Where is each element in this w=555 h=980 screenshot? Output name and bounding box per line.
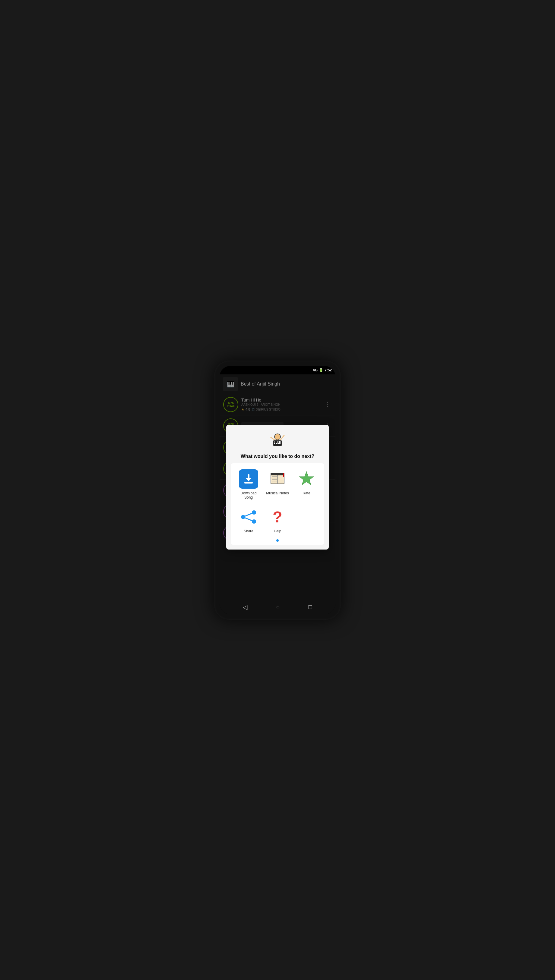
time-display: 7:52 <box>324 368 332 372</box>
dialog-title: What would you like to do next? <box>231 454 324 459</box>
app-screen: 🎹 Best of Arijit Singh 337K Views Tum Hi… <box>220 374 335 600</box>
svg-rect-8 <box>278 441 279 443</box>
share-option[interactable]: Share <box>235 504 262 536</box>
rate-label: Rate <box>303 491 310 495</box>
download-icon <box>239 469 258 489</box>
help-icon: ? <box>268 507 287 527</box>
download-label: Download Song <box>237 491 260 499</box>
home-button[interactable]: ○ <box>274 601 282 613</box>
help-option[interactable]: ? Help <box>264 504 291 536</box>
svg-rect-5 <box>279 441 281 444</box>
phone-screen: 4G 🔋 7:52 🎹 Best of Arijit Singh 337K Vi… <box>220 366 335 614</box>
svg-point-25 <box>241 515 245 519</box>
svg-text:?: ? <box>273 508 282 526</box>
download-option[interactable]: Download Song <box>235 466 262 502</box>
active-dot <box>276 539 279 542</box>
signal-icon: 4G <box>313 368 318 372</box>
dialog-row-1: Download Song <box>234 466 321 502</box>
dialog-row-2: Share ? Help <box>234 504 321 536</box>
svg-line-27 <box>245 518 252 521</box>
svg-marker-22 <box>299 472 314 485</box>
status-bar-right: 4G 🔋 7:52 <box>313 368 332 372</box>
svg-point-24 <box>252 520 256 524</box>
svg-rect-13 <box>244 482 253 483</box>
battery-icon: 🔋 <box>319 368 323 372</box>
svg-line-10 <box>281 435 284 440</box>
help-label: Help <box>274 529 281 533</box>
nav-bar: ◁ ○ □ <box>220 600 335 614</box>
recent-button[interactable]: □ <box>306 601 314 613</box>
svg-rect-20 <box>271 473 284 475</box>
svg-point-0 <box>274 434 281 440</box>
rate-option[interactable]: Rate <box>293 466 320 502</box>
svg-rect-6 <box>274 441 275 443</box>
svg-marker-12 <box>245 478 252 481</box>
musical-notes-icon <box>268 469 287 489</box>
share-label: Share <box>244 529 253 533</box>
rate-icon <box>297 469 316 489</box>
dialog-options: Download Song <box>231 463 324 545</box>
page-indicator <box>234 539 321 542</box>
action-dialog: What would you like to do next? <box>226 425 329 550</box>
svg-point-23 <box>252 510 256 515</box>
share-icon <box>239 507 258 527</box>
musical-notes-option[interactable]: Musical Notes <box>264 466 291 502</box>
dialog-overlay: What would you like to do next? <box>220 374 335 600</box>
dialog-mascot <box>231 431 324 450</box>
status-bar: 4G 🔋 7:52 <box>220 366 335 374</box>
svg-line-26 <box>245 513 252 516</box>
back-button[interactable]: ◁ <box>241 601 250 613</box>
svg-line-9 <box>271 437 274 440</box>
download-icon-bg <box>239 469 258 489</box>
musical-notes-label: Musical Notes <box>266 491 289 495</box>
phone-frame: 4G 🔋 7:52 🎹 Best of Arijit Singh 337K Vi… <box>214 361 341 620</box>
svg-rect-7 <box>276 441 277 443</box>
